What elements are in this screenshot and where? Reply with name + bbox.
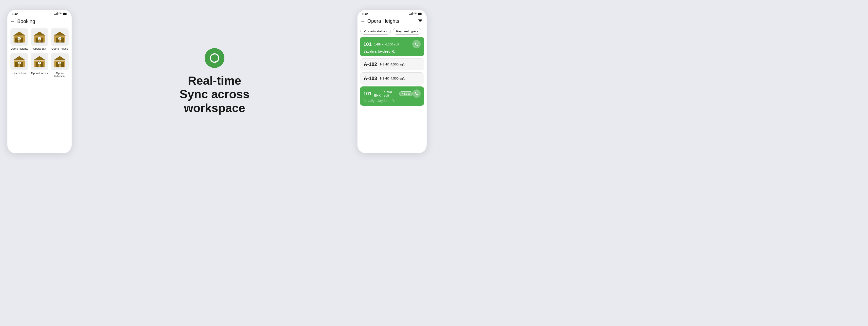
svg-rect-5 [63,13,66,15]
svg-rect-0 [54,14,55,15]
property-status-filter[interactable]: Property status ▾ [361,28,391,35]
right-phone-header: ← Opera Heights [358,17,427,26]
right-wifi-icon [413,12,417,16]
svg-rect-6 [67,13,67,14]
property-label-opera-homes: Opera Homes [31,71,48,75]
svg-text:OPERA HEIGHTS: OPERA HEIGHTS [56,42,64,43]
property-image-opera-icon: O OPERA HEIGHTS [10,53,28,70]
payment-type-chevron: ▾ [417,30,418,33]
card-unit-101b: 101 [363,91,372,96]
card-details-a102: 1-BHK 4,500 sqft [379,62,404,66]
list-item[interactable]: O OPERA HEIGHTS Opera Palace [51,28,69,50]
svg-text:O: O [59,62,60,64]
table-row[interactable]: 101 1-BHK 4,500 sqft ✓ Deed [360,86,424,106]
list-item[interactable]: O OPERA HEIGHTS Opera Heights [10,28,28,50]
middle-line1: Real-time [188,74,241,87]
sync-icon [208,52,221,64]
card-size-101b: 4,500 sqft [384,90,396,97]
left-status-icons [54,12,67,16]
svg-rect-59 [412,12,412,15]
property-label-opera-heights: Opera Heights [11,47,28,50]
property-image-opera-heights: O OPERA HEIGHTS [10,28,28,46]
card-unit-101: 101 [363,41,372,47]
right-back-button[interactable]: ← [361,18,365,24]
left-status-bar: 9:42 [7,10,71,17]
card-details-101: 1-BHK 4,500 sqft [374,42,399,46]
payment-type-filter[interactable]: Payment type ▾ [393,28,422,35]
list-item[interactable]: O OPERA HEIGHTS Opera Indurstial [51,53,69,78]
svg-text:OPERA HEIGHTS: OPERA HEIGHTS [36,42,44,43]
table-row[interactable]: A-103 1-BHK 4,500 sqft [360,72,424,85]
property-image-opera-industrial: O OPERA HEIGHTS [51,53,69,70]
property-image-opera-palace: O OPERA HEIGHTS [51,28,69,46]
svg-text:OPERA HEIGHTS: OPERA HEIGHTS [15,66,24,68]
card-size-101: 4,500 sqft [385,42,399,46]
right-header-left: ← Opera Heights [361,18,399,24]
battery-icon [63,12,67,16]
left-time: 9:42 [12,12,18,16]
svg-rect-62 [422,13,422,14]
svg-rect-1 [55,13,56,15]
card-top-row-a103: A-103 1-BHK 4,500 sqft [364,76,421,81]
main-container: 9:42 ← Booking ⋮ [0,0,434,163]
svg-rect-58 [411,13,411,15]
card-size-a103: 4,500 sqft [391,77,405,80]
table-row[interactable]: 101 1-BHK 4,500 sqft Savaliya Jaydeep R. [360,37,424,56]
left-back-button[interactable]: ← [10,19,15,24]
deed-badge: ✓ Deed [399,91,413,96]
svg-rect-57 [410,13,410,15]
left-menu-button[interactable]: ⋮ [62,18,68,24]
wifi-icon [59,12,62,16]
card-owner-101b: Savaliya Jaydeep R. [363,99,421,103]
right-filter-icon[interactable] [418,18,423,24]
card-type-101: 1-BHK [374,42,383,46]
filter-row: Property status ▾ Payment type ▾ [358,26,427,37]
svg-rect-56 [409,14,409,15]
right-phone: 9:42 ← Opera Heights [358,10,427,153]
property-image-opera-homes: O OPERA HEIGHTS [31,53,49,70]
call-button-101[interactable] [412,40,421,49]
svg-text:O: O [59,37,60,40]
svg-text:OPERA HEIGHTS: OPERA HEIGHTS [36,66,44,68]
list-item[interactable]: O OPERA HEIGHTS Opera Sky [31,28,49,50]
table-row[interactable]: A-102 1-BHK 4,500 sqft [360,58,424,70]
left-phone: 9:42 ← Booking ⋮ [7,10,71,153]
list-item[interactable]: O OPERA HEIGHTS Opera Homes [31,53,49,78]
right-status-icons [409,12,422,16]
sync-icon-container [205,48,224,68]
property-label-opera-industrial: Opera Indurstial [51,71,69,78]
card-info-a102: A-102 1-BHK 4,500 sqft [364,61,405,67]
card-size-a102: 4,500 sqft [391,62,405,66]
deed-badge-label: Deed [404,92,410,95]
right-header-title: Opera Heights [367,18,399,24]
middle-line3: workspace [184,101,245,115]
left-header-left: ← Booking [10,19,35,24]
card-type-a103: 1-BHK [379,77,389,80]
svg-text:O: O [38,37,40,40]
right-signal-icon [409,12,413,16]
svg-text:O: O [38,62,40,64]
svg-rect-61 [418,13,421,15]
property-image-opera-sky: O OPERA HEIGHTS [31,28,49,46]
property-label-opera-sky: Opera Sky [33,47,46,50]
payment-type-label: Payment type [396,29,416,33]
card-info-a103: A-103 1-BHK 4,500 sqft [364,76,405,81]
card-top-row-101: 101 1-BHK 4,500 sqft [363,40,421,49]
card-type-101b: 1-BHK [374,90,382,97]
card-top-row-101b: 101 1-BHK 4,500 sqft ✓ Deed [363,89,421,98]
signal-icon [54,12,58,16]
right-status-bar: 9:42 [358,10,427,17]
property-label-opera-icon: Opera Icon [12,71,26,75]
left-header-title: Booking [17,19,35,24]
right-battery-icon [418,12,422,16]
svg-text:OPERA HEIGHTS: OPERA HEIGHTS [56,66,64,68]
middle-text: Real-time Sync across workspace [180,74,250,115]
svg-text:OPERA HEIGHTS: OPERA HEIGHTS [15,42,24,43]
property-label-opera-palace: Opera Palace [51,47,68,50]
call-button-101b[interactable] [413,89,421,98]
card-info-101b: 101 1-BHK 4,500 sqft ✓ Deed [363,90,413,97]
card-top-row-a102: A-102 1-BHK 4,500 sqft [364,61,421,67]
list-item[interactable]: O OPERA HEIGHTS Opera Icon [10,53,28,78]
right-time: 9:42 [362,12,368,16]
svg-rect-2 [56,13,57,15]
